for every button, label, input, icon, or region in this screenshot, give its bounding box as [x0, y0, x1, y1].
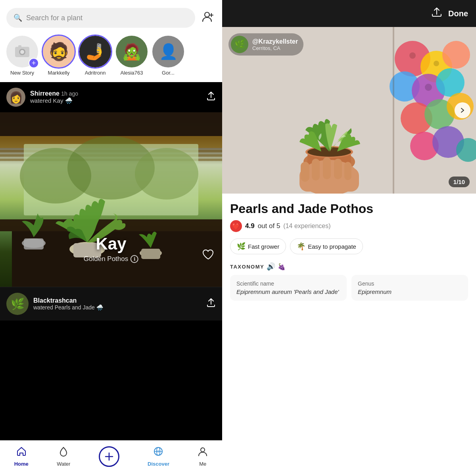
share-icon — [206, 91, 216, 101]
nav-item-me[interactable]: Me — [190, 443, 216, 470]
story-next-button[interactable] — [455, 102, 470, 118]
add-user-button[interactable] — [200, 9, 216, 27]
water-svg — [58, 446, 69, 457]
story-user-name: @Krazykellster — [252, 38, 298, 45]
tag-label-propagate: Easy to propagate — [308, 243, 356, 250]
feed-card2: 🌿 Blacktrashcan watered Pearls and Jade … — [0, 287, 222, 321]
camera-icon — [13, 42, 32, 61]
nav-item-add[interactable] — [91, 443, 127, 470]
story-label-gor: Gor... — [162, 70, 175, 76]
svg-rect-48 — [393, 27, 394, 194]
nav-item-discover[interactable]: Discover — [140, 443, 177, 470]
plus-icon — [104, 451, 115, 462]
taxonomy-cell-genus: Genus Epipremnum — [351, 275, 468, 301]
nav-item-home[interactable]: Home — [6, 443, 36, 470]
tags-row: 🌿 Fast grower 🌴 Easy to propagate — [230, 238, 468, 254]
rating-row: ❤️ 4.9 out of 5 (14 experiences) — [230, 220, 468, 232]
svg-rect-58 — [334, 159, 342, 179]
taxonomy-header: TAXONOMY 🔊 🍇 — [230, 262, 468, 271]
story-share-icon — [432, 7, 442, 17]
me-icon — [198, 446, 208, 459]
plant-title: Pearls and Jade Pothos — [230, 202, 468, 216]
taxonomy-sound-icon: 🔊 — [267, 262, 275, 271]
story-label-alesia763: Alesia763 — [120, 70, 143, 76]
bottom-nav: Home Water — [0, 440, 222, 476]
story-label-adritronn: Adritronn — [85, 70, 106, 76]
plant-main-name: Kay — [84, 234, 138, 253]
tag-chip-propagate[interactable]: 🌴 Easy to propagate — [290, 238, 363, 254]
chevron-right-icon — [460, 107, 465, 113]
search-icon: 🔍 — [13, 13, 22, 22]
taxonomy-label: TAXONOMY — [230, 264, 264, 270]
svg-rect-20 — [24, 238, 44, 250]
plant-image-area: Kay Golden Pothos ℹ — [0, 112, 222, 287]
feed-username: Shirreene — [30, 90, 60, 97]
feed-time: 1h ago — [61, 90, 78, 97]
info-icon[interactable]: ℹ — [131, 255, 138, 263]
taxonomy-grape-icon: 🍇 — [278, 263, 286, 271]
discover-icon — [153, 446, 163, 459]
globe-svg — [153, 446, 163, 457]
left-panel: 🔍 Search for a plant — [0, 0, 222, 476]
feed-user-info: Shirreene 1h ago watered Kay 🌧️ — [30, 90, 202, 104]
story-item-gor[interactable]: 👤 Gor... — [152, 36, 184, 76]
svg-rect-57 — [323, 157, 331, 179]
nav-label-discover: Discover — [148, 461, 169, 467]
story-ring-markkelly — [42, 35, 76, 69]
story-item-markkelly[interactable]: 🧔 Markkelly — [43, 36, 75, 76]
story-item-adritronn[interactable]: 🤳 Adritronn — [79, 36, 111, 76]
heart-icon — [202, 249, 214, 260]
tag-chip-fast-grower[interactable]: 🌿 Fast grower — [230, 238, 286, 254]
rating-score: 4.9 — [245, 222, 255, 230]
story-avatar-new: + — [6, 36, 38, 67]
svg-point-35 — [442, 41, 470, 69]
story-item-alesia763[interactable]: 🧟 Alesia763 — [116, 36, 148, 76]
plant-heart-button[interactable] — [202, 249, 214, 263]
story-counter: 1/10 — [449, 177, 470, 187]
story-user-info: 🌿 @Krazykellster Cerritos, CA — [228, 33, 303, 56]
story-ring-adritronn — [78, 35, 112, 69]
water-icon — [58, 446, 69, 459]
feed-share-button[interactable] — [206, 91, 216, 103]
search-input-wrap[interactable]: 🔍 Search for a plant — [6, 8, 195, 28]
svg-rect-6 — [18, 45, 21, 48]
story-item-new[interactable]: + New Story — [6, 36, 38, 76]
story-user-location: Cerritos, CA — [252, 45, 298, 51]
search-placeholder: Search for a plant — [26, 14, 83, 22]
svg-point-0 — [205, 12, 209, 17]
taxonomy-section: TAXONOMY 🔊 🍇 Scientific name Epipremnum … — [230, 262, 468, 301]
story-user-avatar: 🌿 — [231, 36, 248, 53]
home-icon — [16, 446, 27, 459]
feed2-info: Blacktrashcan watered Pearls and Jade 🌧️ — [33, 297, 202, 311]
genus-key: Genus — [358, 280, 462, 287]
feed-avatar-shirreene: 👩 — [6, 88, 25, 107]
nav-item-water[interactable]: Water — [49, 443, 78, 470]
svg-rect-55 — [301, 162, 309, 182]
feed-header: 👩 Shirreene 1h ago watered Kay 🌧️ — [0, 82, 222, 112]
taxonomy-grid: Scientific name Epipremnum aureum 'Pearl… — [230, 275, 468, 301]
svg-rect-56 — [312, 159, 320, 180]
svg-point-30 — [157, 450, 160, 453]
feed-action: watered Kay 🌧️ — [30, 97, 202, 104]
new-story-plus: + — [29, 58, 39, 68]
share2-icon — [206, 298, 216, 307]
story-share-button[interactable] — [432, 7, 442, 20]
story-avatar-alesia763: 🧟 — [116, 36, 148, 67]
genus-val: Epipremnum — [358, 288, 462, 295]
add-button[interactable] — [99, 446, 119, 467]
plant-name-overlay: Kay Golden Pothos ℹ — [84, 234, 138, 263]
svg-rect-24 — [141, 249, 160, 259]
propagate-icon: 🌴 — [297, 242, 305, 251]
feed2-username: Blacktrashcan — [33, 297, 202, 304]
right-panel: Done — [222, 0, 476, 476]
feed2-share-button[interactable] — [206, 298, 216, 310]
add-user-icon — [202, 10, 214, 23]
svg-rect-7 — [0, 112, 222, 136]
svg-point-5 — [20, 50, 24, 54]
person-svg — [198, 446, 208, 457]
svg-point-47 — [425, 84, 432, 91]
nav-label-water: Water — [57, 461, 70, 467]
story-avatar-gor: 👤 — [152, 36, 184, 67]
done-button[interactable]: Done — [448, 9, 468, 18]
feed2-action: watered Pearls and Jade 🌧️ — [33, 304, 202, 311]
